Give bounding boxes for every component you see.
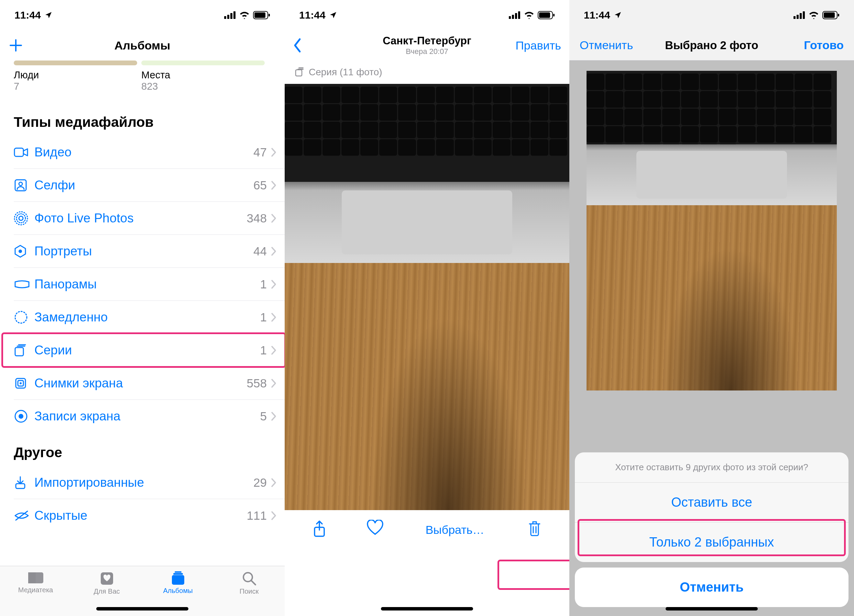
location-icon: [44, 11, 53, 19]
list-row-slomo[interactable]: Замедленно1: [14, 301, 285, 334]
favorite-button[interactable]: [361, 520, 389, 536]
list-row-live[interactable]: Фото Live Photos348: [14, 202, 285, 235]
add-button[interactable]: [8, 38, 23, 53]
svg-point-9: [19, 182, 22, 186]
import-icon: [14, 476, 34, 490]
sheet-cancel-button[interactable]: Отменить: [575, 567, 848, 607]
chevron-right-icon: [271, 247, 276, 256]
status-indicators: [509, 11, 555, 19]
home-indicator[interactable]: [666, 607, 758, 610]
tab-albums[interactable]: Альбомы: [142, 571, 214, 595]
album-count: 7: [14, 81, 137, 92]
wifi-icon: [808, 11, 819, 19]
svg-rect-2: [230, 13, 232, 19]
list-label: Замедленно: [34, 310, 260, 325]
tab-label: Поиск: [239, 587, 259, 595]
media-type-list: Импортированные29Скрытые111: [0, 466, 285, 532]
keep-all-button[interactable]: Оставить все: [575, 483, 848, 523]
list-row-selfie[interactable]: Селфи65: [14, 169, 285, 202]
svg-rect-6: [268, 14, 270, 17]
back-button[interactable]: [293, 38, 302, 53]
svg-rect-5: [255, 12, 265, 18]
selfie-icon: [14, 178, 34, 192]
list-row-screenrec[interactable]: Записи экрана5: [14, 400, 285, 433]
svg-rect-0: [224, 16, 226, 19]
list-row-import[interactable]: Импортированные29: [14, 466, 285, 499]
svg-rect-41: [797, 15, 799, 19]
burst-icon: [295, 67, 305, 77]
svg-rect-43: [803, 11, 805, 19]
chevron-right-icon: [271, 511, 276, 520]
tab-label: Для Вас: [93, 587, 120, 595]
list-row-screenshot[interactable]: Снимки экрана558: [14, 367, 285, 400]
list-label: Снимки экрана: [34, 376, 247, 390]
svg-rect-34: [539, 12, 550, 18]
share-button[interactable]: [306, 520, 333, 538]
svg-rect-38: [299, 67, 303, 69]
location-icon: [614, 11, 622, 19]
list-count: 47: [253, 145, 267, 159]
svg-rect-46: [838, 14, 839, 17]
edit-button[interactable]: Править: [515, 39, 561, 52]
action-sheet: Хотите оставить 9 других фото из этой се…: [569, 452, 854, 616]
list-count: 29: [253, 476, 267, 489]
list-row-portrait[interactable]: Портреты44: [14, 235, 285, 268]
album-count: 823: [141, 81, 265, 92]
nav-bar: Санкт-Петербург Вчера 20:07 Править: [285, 30, 569, 61]
list-row-burst[interactable]: Серии1: [14, 334, 285, 367]
photo-main[interactable]: [587, 71, 837, 390]
search-icon: [242, 571, 257, 586]
list-count: 1: [260, 278, 267, 291]
keep-selected-button[interactable]: Только 2 выбранных: [575, 523, 848, 562]
svg-rect-26: [173, 573, 183, 575]
svg-point-18: [20, 382, 22, 384]
album-people[interactable]: Люди 7: [14, 61, 137, 92]
library-icon: [27, 571, 45, 585]
svg-rect-45: [824, 12, 835, 18]
list-count: 44: [253, 244, 267, 258]
list-row-hidden[interactable]: Скрытые111: [14, 499, 285, 532]
list-count: 348: [247, 211, 267, 225]
list-row-video[interactable]: Видео47: [14, 136, 285, 169]
delete-button[interactable]: [521, 520, 548, 537]
svg-rect-30: [512, 15, 514, 19]
tab-search[interactable]: Поиск: [214, 571, 285, 595]
photo-content: [285, 84, 569, 510]
list-label: Импортированные: [34, 476, 253, 490]
home-indicator[interactable]: [381, 607, 473, 610]
photo-main[interactable]: [285, 84, 569, 510]
chevron-right-icon: [271, 478, 276, 488]
tab-library[interactable]: Медиатека: [0, 571, 71, 594]
chevron-right-icon: [271, 180, 276, 190]
list-label: Портреты: [34, 244, 253, 259]
screen-action-sheet: 11:44 Отменить Выбрано 2 фото Готово Хот…: [569, 0, 854, 616]
status-indicators: [793, 11, 840, 19]
svg-rect-31: [515, 13, 517, 19]
media-type-list: Видео47Селфи65Фото Live Photos348Портрет…: [0, 136, 285, 433]
cancel-button[interactable]: Отменить: [580, 38, 633, 52]
slomo-icon: [14, 310, 34, 325]
svg-point-11: [17, 214, 26, 223]
wifi-icon: [524, 11, 534, 19]
album-places[interactable]: Места 823: [141, 61, 265, 92]
svg-rect-42: [800, 13, 802, 19]
live-icon: [14, 211, 34, 226]
status-bar: 11:44: [569, 0, 854, 30]
done-button[interactable]: Готово: [804, 38, 844, 52]
albums-content[interactable]: Люди 7 Места 823 Типы медиафайловВидео47…: [0, 61, 285, 566]
svg-point-20: [18, 414, 23, 419]
album-thumb: [141, 61, 265, 65]
home-indicator[interactable]: [96, 607, 188, 610]
list-count: 1: [260, 310, 267, 324]
svg-rect-21: [16, 484, 25, 488]
svg-rect-37: [297, 69, 303, 70]
chevron-right-icon: [271, 279, 276, 289]
tab-foryou[interactable]: Для Вас: [71, 571, 142, 595]
cellular-icon: [224, 11, 236, 19]
page-title: Альбомы: [0, 39, 285, 52]
video-icon: [14, 146, 34, 159]
foryou-icon: [99, 571, 114, 586]
svg-rect-40: [793, 16, 796, 19]
select-button[interactable]: Выбрать…: [417, 520, 493, 540]
list-row-panorama[interactable]: Панорамы1: [14, 268, 285, 301]
